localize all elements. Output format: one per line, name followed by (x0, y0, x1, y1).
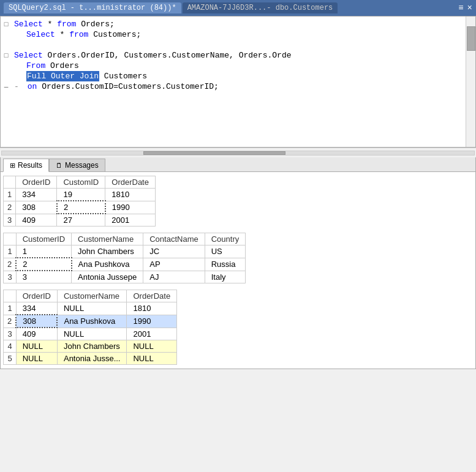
cell-orderid: 334 (16, 189, 57, 201)
text-1: * (43, 19, 57, 29)
gutter-minus-2[interactable]: □ (1, 50, 12, 61)
close-icon[interactable]: × (467, 3, 472, 13)
editor-line-1: Select * from Orders; (14, 19, 463, 29)
col-header-rownum-3 (4, 290, 17, 302)
messages-icon: 🗒 (56, 162, 62, 169)
cell-customername: Antonia Jussepe (72, 271, 143, 283)
gutter-empty-1 (1, 29, 12, 40)
cell-customid: 19 (57, 189, 105, 201)
kw-from-1: from (57, 19, 76, 29)
gutter-dash: — (1, 81, 12, 92)
col-header-rownum-2 (4, 233, 17, 245)
horizontal-scrollbar[interactable] (0, 148, 476, 157)
text-5: Orders (45, 61, 79, 71)
rownum: 1 (4, 302, 17, 315)
table-row: 3 409 27 2001 (4, 214, 156, 227)
cell-orderid: 334 (16, 302, 57, 315)
scrollbar-thumb[interactable] (467, 26, 475, 51)
tab-results[interactable]: ⊞ Results (3, 159, 49, 172)
title-bar: SQLQuery2.sql - t...ministrator (84))* A… (0, 0, 476, 16)
pin-icon[interactable]: ≡ (458, 3, 463, 13)
cell-orderdate: 1990 (105, 201, 156, 214)
table-row: 1 334 19 1810 (4, 189, 156, 201)
rownum: 1 (4, 245, 17, 258)
hscroll-track[interactable] (1, 151, 475, 155)
hscroll-thumb[interactable] (143, 151, 285, 155)
cell-customername: Ana Pushkova (57, 315, 127, 328)
cell-orderdate: NULL (127, 340, 177, 353)
gutter-empty-3 (1, 61, 12, 71)
cell-orderdate: 2001 (105, 214, 156, 227)
results-tabs-bar: ⊞ Results 🗒 Messages (1, 157, 475, 172)
vertical-scrollbar[interactable] (466, 17, 475, 147)
gutter-minus-1[interactable]: □ (1, 19, 12, 29)
cell-contactname: AP (143, 258, 205, 271)
tab-messages[interactable]: 🗒 Messages (49, 159, 105, 171)
results-tab-label: Results (18, 161, 42, 170)
text-6: Customers (99, 71, 147, 81)
cell-country: Italy (205, 271, 246, 283)
cell-customername: John Chambers (57, 340, 127, 353)
cell-orderdate: 1990 (127, 315, 177, 328)
col-header-country: Country (205, 233, 246, 245)
table-row: 2 2 Ana Pushkova AP Russia (4, 258, 246, 271)
table-row: 1 334 NULL 1810 (4, 302, 177, 315)
editor-line-4: Select Orders.OrderID, Customers.Custome… (14, 50, 463, 61)
results-panel: ⊞ Results 🗒 Messages OrderID CustomID Or… (0, 157, 476, 369)
cell-customid-highlight: 2 (57, 201, 105, 214)
col-header-orderid-1: OrderID (16, 176, 57, 189)
rownum: 2 (4, 315, 17, 328)
rownum: 1 (4, 189, 16, 201)
editor-line-3 (14, 40, 463, 50)
col-header-customerid: CustomerID (16, 233, 71, 245)
col-header-customername-3: CustomerName (57, 290, 127, 302)
rownum: 3 (4, 271, 17, 283)
table-row-highlighted: 2 308 Ana Pushkova 1990 (4, 315, 177, 328)
cell-orderid: 308 (16, 201, 57, 214)
text-2b: Customers; (88, 29, 141, 40)
col-header-orderdate-3: OrderDate (127, 290, 177, 302)
kw-from-2: from (69, 29, 88, 40)
text-7: Orders.CustomID=Customers.CustomerID; (37, 81, 218, 92)
cell-country: US (205, 245, 246, 258)
col-header-orderdate-1: OrderDate (105, 176, 156, 189)
rownum: 3 (4, 214, 16, 227)
editor-area: □ □ — Select * from Orders; Select * fro… (0, 16, 476, 148)
cell-orderdate: 2001 (127, 328, 177, 340)
cell-orderid-highlight: 308 (16, 315, 57, 328)
cell-customerid: 1 (16, 245, 71, 258)
cell-customid: 27 (57, 214, 105, 227)
title-tabs: SQLQuery2.sql - t...ministrator (84))* A… (4, 2, 338, 13)
title-controls: ≡ × (458, 3, 472, 13)
rownum: 2 (4, 201, 16, 214)
result-table-join: OrderID CustomerName OrderDate 1 334 NUL… (3, 290, 473, 365)
table-orders: OrderID CustomID OrderDate 1 334 19 1810… (3, 176, 156, 227)
cell-contactname: AJ (143, 271, 205, 283)
kw-full-outer-join: Full Outer Join (26, 71, 99, 81)
rownum: 3 (4, 328, 17, 340)
cell-country: Russia (205, 258, 246, 271)
gutter-empty-2 (1, 40, 12, 50)
gutter-empty-4 (1, 71, 12, 81)
cell-orderid: NULL (16, 340, 57, 353)
col-header-customername: CustomerName (72, 233, 143, 245)
col-header-customid: CustomID (57, 176, 105, 189)
cell-orderid: 409 (16, 328, 57, 340)
cell-customername: John Chambers (72, 245, 143, 258)
editor-content[interactable]: Select * from Orders; Select * from Cust… (12, 17, 466, 147)
cell-customerid: 3 (16, 271, 71, 283)
kw-on: on (28, 81, 37, 92)
editor-gutter: □ □ — (1, 17, 12, 147)
tab-sqlquery[interactable]: SQLQuery2.sql - t...ministrator (84))* (4, 2, 181, 13)
kw-select-3: Select (14, 50, 43, 61)
cell-customername: Antonia Jusse... (57, 353, 127, 365)
cell-customername: NULL (57, 302, 127, 315)
tab-customers[interactable]: AMAZONA-7JJ6D3R...- dbo.Customers (183, 2, 338, 13)
table-join: OrderID CustomerName OrderDate 1 334 NUL… (3, 290, 177, 365)
cell-customerid-highlight: 2 (16, 258, 71, 271)
text-4: Orders.OrderID, Customers.CustomerName, … (43, 50, 292, 61)
editor-line-6: Full Outer Join Customers (14, 71, 463, 81)
table-customers: CustomerID CustomerName ContactName Coun… (3, 233, 246, 283)
kw-from-3: From (26, 61, 45, 71)
kw-select-2: Select (26, 29, 55, 40)
